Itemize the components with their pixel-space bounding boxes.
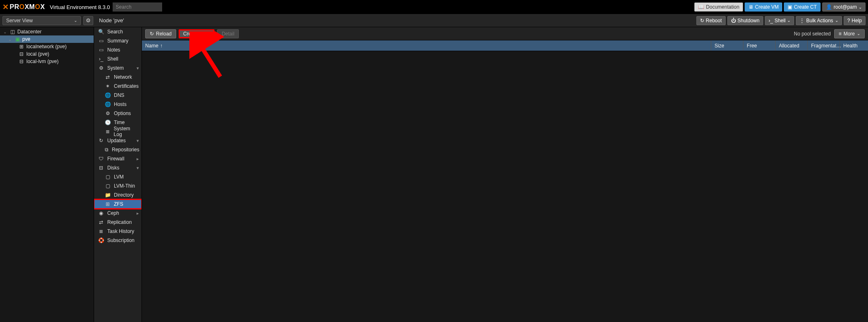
sidebar-item-zfs[interactable]: ⊞ZFS — [94, 200, 142, 209]
expand-icon: ▾ — [137, 66, 139, 71]
collapse-icon[interactable]: ⌄ — [7, 37, 12, 42]
chevron-down-icon: ⌄ — [835, 18, 838, 23]
resource-tree: ⌄ ◫ Datacenter ⌄ ▣ pve ⊞ localnetwork (p… — [0, 27, 94, 322]
user-menu-button[interactable]: 👤 root@pam ⌄ — [822, 2, 866, 12]
folder-icon: 📁 — [105, 192, 111, 198]
storage-icon: ⊟ — [18, 59, 25, 64]
logo: ✕ PROXMOX — [2, 2, 45, 12]
datacenter-icon: ◫ — [9, 29, 16, 35]
gear-icon: ⚙ — [105, 110, 111, 116]
book-icon: 📖 — [698, 4, 704, 10]
sidebar-item-replication[interactable]: ⇄Replication — [94, 218, 142, 227]
sidebar-item-updates[interactable]: ↻Updates▾ — [94, 136, 142, 145]
sidebar-item-notes[interactable]: ▭Notes — [94, 45, 142, 54]
network-icon: ⊞ — [18, 44, 25, 49]
sidebar-item-certificates[interactable]: ✶Certificates — [94, 82, 142, 91]
create-ct-button[interactable]: ▣ Create CT — [784, 2, 820, 12]
power-icon: ⏻ — [731, 18, 736, 24]
logo-mark-icon: ✕ — [2, 2, 9, 12]
sidebar-item-search[interactable]: 🔍Search — [94, 27, 142, 36]
second-bar: Server View ⌄ ⚙ Node 'pve' ↻Reboot ⏻Shut… — [0, 14, 868, 27]
create-zfs-button[interactable]: Create: ZFS — [179, 29, 215, 38]
tree-item-pve[interactable]: ⌄ ▣ pve — [0, 35, 94, 43]
view-selector[interactable]: Server View ⌄ — [2, 16, 81, 25]
col-allocated[interactable]: Allocated — [776, 40, 808, 51]
storage-icon: ⊟ — [18, 51, 25, 57]
monitor-icon: 🖥 — [748, 4, 753, 10]
expand-icon: ▾ — [137, 138, 139, 143]
main-panel: ↻Reload Create: ZFS Detail No pool selec… — [142, 27, 868, 322]
settings-button[interactable]: ⚙ — [83, 16, 93, 25]
sidebar-item-network[interactable]: ⇄Network — [94, 73, 142, 82]
sidebar-item-subscription[interactable]: 🛟Subscription — [94, 236, 142, 245]
grid-body — [142, 51, 868, 322]
sidebar-item-options[interactable]: ⚙Options — [94, 109, 142, 118]
tree-item-local[interactable]: ⊟ local (pve) — [0, 50, 94, 58]
list-icon: ⋮ — [800, 18, 804, 24]
sidebar-item-task-history[interactable]: ≣Task History — [94, 227, 142, 236]
side-menu: 🔍Search ▭Summary ▭Notes ›_Shell ⚙System▾… — [94, 27, 142, 322]
col-name[interactable]: Name↑ — [142, 40, 711, 51]
col-fragmentation[interactable]: Fragmentat… — [808, 40, 840, 51]
support-icon: 🛟 — [98, 237, 104, 243]
sidebar-item-ceph[interactable]: ◉Ceph▸ — [94, 209, 142, 218]
chevron-down-icon: ⌄ — [74, 18, 77, 23]
sidebar-item-lvm[interactable]: ▢LVM — [94, 172, 142, 181]
tree-item-local-lvm[interactable]: ⊟ local-lvm (pve) — [0, 58, 94, 65]
shutdown-button[interactable]: ⏻Shutdown — [727, 16, 763, 25]
search-icon: 🔍 — [98, 29, 104, 35]
ceph-icon: ◉ — [98, 210, 104, 216]
tree-item-localnetwork[interactable]: ⊞ localnetwork (pve) — [0, 43, 94, 50]
zfs-toolbar: ↻Reload Create: ZFS Detail No pool selec… — [142, 27, 868, 40]
detail-button: Detail — [217, 29, 239, 38]
repo-icon: ⧉ — [105, 147, 108, 153]
search-input[interactable] — [113, 2, 162, 12]
version-label: Virtual Environment 8.3.0 — [50, 4, 110, 10]
create-vm-button[interactable]: 🖥 Create VM — [745, 2, 782, 12]
sidebar-item-firewall[interactable]: 🛡Firewall▸ — [94, 154, 142, 163]
refresh-icon: ↻ — [150, 31, 154, 37]
top-bar: ✕ PROXMOX Virtual Environment 8.3.0 📖 Do… — [0, 0, 868, 14]
chevron-down-icon: ⌄ — [859, 5, 862, 9]
collapse-icon[interactable]: ⌄ — [2, 30, 7, 34]
sidebar-item-dns[interactable]: 🌐DNS — [94, 91, 142, 100]
square-icon: ▢ — [105, 183, 111, 189]
refresh-icon: ↻ — [98, 138, 104, 143]
sidebar-item-syslog[interactable]: ≣System Log — [94, 127, 142, 136]
reboot-button[interactable]: ↻Reboot — [696, 16, 726, 25]
expand-icon: ▸ — [137, 156, 139, 162]
list-icon: ≣ — [105, 129, 111, 134]
sort-asc-icon: ↑ — [160, 43, 163, 49]
tree-item-datacenter[interactable]: ⌄ ◫ Datacenter — [0, 28, 94, 35]
globe-icon: 🌐 — [105, 92, 111, 98]
sidebar-item-system[interactable]: ⚙System▾ — [94, 63, 142, 73]
help-button[interactable]: ?Help — [844, 16, 866, 25]
sidebar-item-summary[interactable]: ▭Summary — [94, 36, 142, 45]
sync-icon: ⇄ — [98, 219, 104, 225]
col-size[interactable]: Size — [711, 40, 743, 51]
summary-icon: ▭ — [98, 38, 104, 44]
cube-icon: ▣ — [788, 4, 792, 10]
chevron-down-icon: ⌄ — [787, 18, 790, 23]
gears-icon: ⚙ — [98, 65, 104, 71]
documentation-button[interactable]: 📖 Documentation — [694, 2, 743, 12]
chevron-down-icon: ⌄ — [857, 31, 860, 36]
more-button[interactable]: ≡More⌄ — [834, 29, 865, 38]
sidebar-item-shell[interactable]: ›_Shell — [94, 54, 142, 63]
reload-button[interactable]: ↻Reload — [145, 29, 176, 38]
sidebar-item-directory[interactable]: 📁Directory — [94, 190, 142, 200]
notes-icon: ▭ — [98, 47, 104, 53]
sidebar-item-hosts[interactable]: 🌐Hosts — [94, 100, 142, 109]
sidebar-item-disks[interactable]: ⊟Disks▾ — [94, 163, 142, 172]
sidebar-item-repositories[interactable]: ⧉Repositories — [94, 145, 142, 154]
sidebar-item-lvm-thin[interactable]: ▢LVM-Thin — [94, 181, 142, 190]
bulk-actions-button[interactable]: ⋮Bulk Actions⌄ — [796, 16, 842, 25]
shell-button[interactable]: ›_Shell⌄ — [765, 16, 794, 25]
col-free[interactable]: Free — [743, 40, 776, 51]
network-icon: ⇄ — [105, 74, 111, 80]
col-health[interactable]: Health — [840, 40, 868, 51]
gear-icon: ⚙ — [86, 17, 91, 24]
help-icon: ? — [847, 18, 850, 24]
node-icon: ▣ — [14, 36, 21, 42]
refresh-icon: ↻ — [700, 18, 704, 24]
